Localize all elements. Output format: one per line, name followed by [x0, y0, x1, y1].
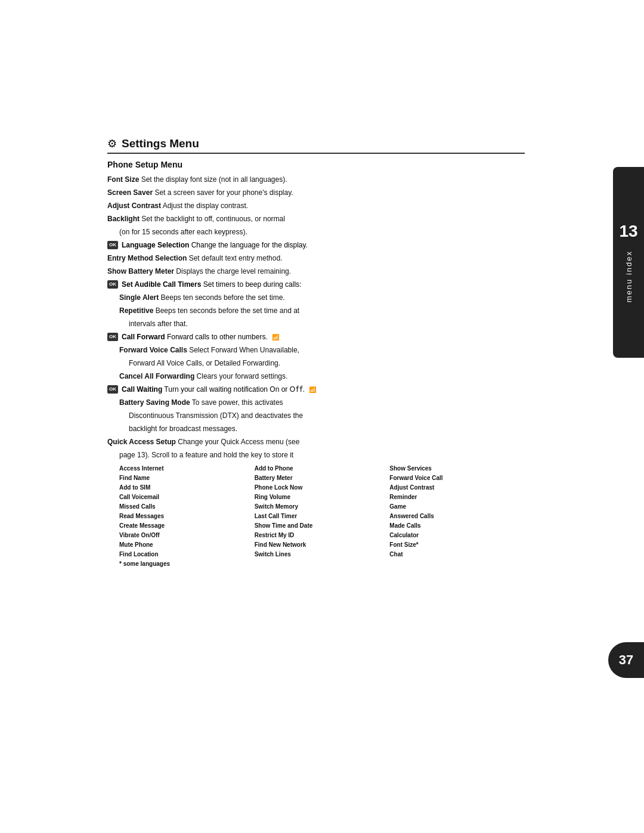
entry-bold: Call Waiting — [122, 385, 162, 394]
qa-cell: Find New Network — [255, 540, 390, 550]
entry-text: Change your Quick Access menu (see — [176, 438, 299, 446]
entry-language-selection: OK Language Selection Change the languag… — [107, 240, 525, 250]
entry-text: Set Audible Call Timers Set timers to be… — [122, 279, 525, 290]
qa-cell: Add to SIM — [119, 483, 255, 493]
entry-bold: Forward Voice Calls — [119, 346, 187, 354]
entry-forward-voice: Forward Voice Calls Select Forward When … — [107, 345, 525, 355]
entry-text: Clears your forward settings. — [194, 372, 287, 380]
entry-bold: Backlight — [107, 215, 140, 223]
entry-text: Set the display font size (not in all la… — [139, 175, 287, 184]
entry-text: Call Waiting Turn your call waiting noti… — [122, 384, 525, 395]
qa-cell: Mute Phone — [119, 540, 255, 550]
entry-text: Set default text entry method. — [187, 254, 282, 262]
qa-cell: Missed Calls — [119, 502, 255, 512]
entry-battery-saving: Battery Saving Mode To save power, this … — [107, 397, 525, 408]
qa-cell: Answered Calls — [389, 512, 525, 521]
qa-col1: Access Internet Find Name Add to SIM Cal… — [119, 464, 255, 559]
phone-setup-title: Phone Setup Menu — [107, 160, 525, 169]
entry-entry-method: Entry Method Selection Set default text … — [107, 253, 525, 264]
entry-text: Set a screen saver for your phone's disp… — [153, 188, 293, 197]
quick-access-table: Access Internet Find Name Add to SIM Cal… — [119, 464, 525, 559]
settings-icon: ⚙ — [107, 137, 117, 150]
qa-cell: Restrict My ID — [255, 531, 390, 540]
qa-cell: Switch Memory — [255, 502, 390, 512]
qa-cell: Forward Voice Call — [389, 473, 525, 483]
qa-cell: Ring Volume — [255, 493, 390, 502]
settings-title: Settings Menu — [122, 137, 199, 150]
entry-show-battery: Show Battery Meter Displays the charge l… — [107, 266, 525, 277]
entry-backlight-cont: (on for 15 seconds after each keypress). — [107, 227, 525, 237]
entry-text: page 13). Scroll to a feature and hold t… — [119, 451, 293, 459]
entry-repetitive-cont: intervals after that. — [107, 318, 525, 329]
entry-call-waiting: OK Call Waiting Turn your call waiting n… — [107, 384, 525, 395]
entry-quick-access-cont: page 13). Scroll to a feature and hold t… — [107, 450, 525, 460]
entry-single-alert: Single Alert Beeps ten seconds before th… — [107, 292, 525, 303]
qa-cell: Calculator — [389, 531, 525, 540]
qa-cell: Show Services — [389, 464, 525, 473]
entry-bold: Language Selection — [122, 241, 189, 249]
entry-text: backlight for broadcast messages. — [129, 425, 237, 433]
entry-bold: Font Size — [107, 175, 139, 184]
entry-cancel-forwarding: Cancel All Forwarding Clears your forwar… — [107, 371, 525, 382]
entry-bold: Single Alert — [119, 293, 159, 302]
entry-adjust-contrast: Adjust Contrast Adjust the display contr… — [107, 200, 525, 211]
qa-cell: Adjust Contrast — [389, 483, 525, 493]
chapter-label: menu index — [624, 250, 633, 302]
signal-icon: 📶 — [272, 334, 279, 340]
entry-text: Select Forward When Unavailable, — [187, 346, 299, 354]
entry-text: Adjust the display contrast. — [161, 202, 248, 210]
qa-cell: Reminder — [389, 493, 525, 502]
ok-badge: OK — [107, 280, 118, 289]
qa-cell: Add to Phone — [255, 464, 390, 473]
qa-cell: Find Location — [119, 550, 255, 559]
entry-repetitive: Repetitive Beeps ten seconds before the … — [107, 305, 525, 316]
entry-text: Forward All Voice Calls, or Detailed For… — [129, 359, 280, 367]
entry-text: Beeps ten seconds before the set time. — [159, 293, 284, 302]
entry-text: (on for 15 seconds after each keypress). — [119, 228, 247, 236]
ok-badge: OK — [107, 333, 118, 341]
qa-cell: Create Message — [119, 521, 255, 531]
signal-icon-2: 📶 — [309, 386, 316, 393]
entry-text: intervals after that. — [129, 320, 188, 328]
entry-forward-voice-cont: Forward All Voice Calls, or Detailed For… — [107, 358, 525, 368]
qa-cell: Vibrate On/Off — [119, 531, 255, 540]
qa-cell: Last Call Timer — [255, 512, 390, 521]
qa-cell: Phone Lock Now — [255, 483, 390, 493]
qa-cell: Game — [389, 502, 525, 512]
page-container: 13 menu index 37 ⚙ Settings Menu Phone S… — [0, 0, 644, 833]
qa-col2: Add to Phone Battery Meter Phone Lock No… — [255, 464, 390, 559]
qa-note: * some languages — [119, 561, 525, 567]
qa-cell: Access Internet — [119, 464, 255, 473]
ok-badge: OK — [107, 241, 118, 249]
entry-bold: Cancel All Forwarding — [119, 372, 194, 380]
entry-bold: Adjust Contrast — [107, 202, 161, 210]
entry-bold: Screen Saver — [107, 188, 153, 197]
qa-cell: Chat — [389, 550, 525, 559]
qa-cell: Find Name — [119, 473, 255, 483]
page-number: 37 — [608, 642, 644, 678]
qa-cell: Battery Meter — [255, 473, 390, 483]
entry-call-forward: OK Call Forward Forward calls to other n… — [107, 332, 525, 342]
chapter-sidebar: 13 menu index — [613, 167, 644, 358]
entry-battery-saving-cont1: Discontinuous Transmission (DTX) and dea… — [107, 410, 525, 421]
entry-text: Beeps ten seconds before the set time an… — [153, 306, 299, 315]
entry-text: Call Forward Forward calls to other numb… — [122, 332, 525, 342]
entry-battery-saving-cont2: backlight for broadcast messages. — [107, 423, 525, 434]
qa-cell: Switch Lines — [255, 550, 390, 559]
entry-text: Displays the charge level remaining. — [174, 267, 291, 275]
entry-bold: Repetitive — [119, 306, 153, 315]
entry-bold: Battery Saving Mode — [119, 398, 190, 407]
main-content: ⚙ Settings Menu Phone Setup Menu Font Si… — [107, 137, 537, 567]
entry-bold: Set Audible Call Timers — [122, 280, 201, 289]
qa-cell: Show Time and Date — [255, 521, 390, 531]
entry-audible-timers: OK Set Audible Call Timers Set timers to… — [107, 279, 525, 290]
qa-col3: Show Services Forward Voice Call Adjust … — [389, 464, 525, 559]
entry-screen-saver: Screen Saver Set a screen saver for your… — [107, 187, 525, 198]
chapter-number: 13 — [619, 222, 637, 241]
qa-cell: Made Calls — [389, 521, 525, 531]
entry-bold: Show Battery Meter — [107, 267, 174, 275]
entry-text: Discontinuous Transmission (DTX) and dea… — [129, 411, 303, 420]
entry-text: To save power, this activates — [190, 398, 283, 407]
entry-bold: Entry Method Selection — [107, 254, 187, 262]
qa-cell: Read Messages — [119, 512, 255, 521]
